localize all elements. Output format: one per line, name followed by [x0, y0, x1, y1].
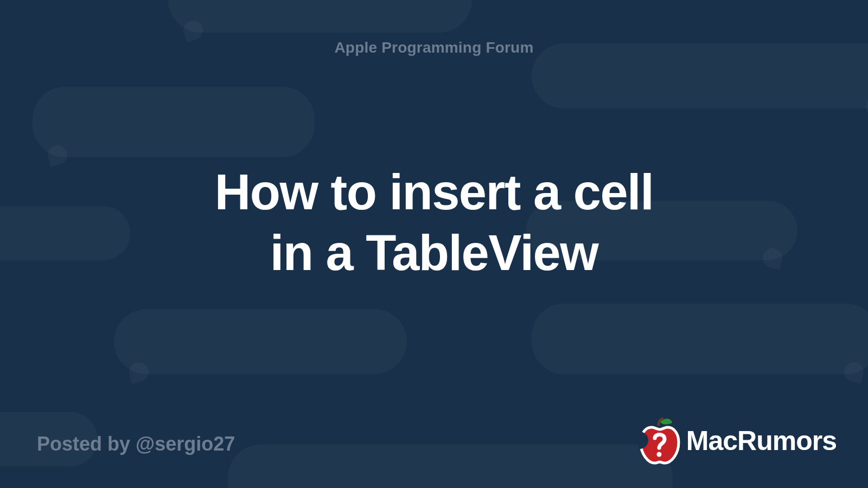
card-content: Apple Programming Forum How to insert a …: [0, 0, 868, 488]
post-title: How to insert a cell in a TableView: [215, 162, 653, 283]
author-handle: @sergio27: [136, 433, 235, 455]
site-logo-text: MacRumors: [686, 425, 837, 457]
site-logo: MacRumors: [639, 416, 837, 465]
posted-by-prefix: Posted by: [37, 433, 136, 455]
posted-by-line: Posted by @sergio27: [37, 433, 235, 455]
apple-question-icon: [639, 416, 681, 465]
forum-category-label: Apple Programming Forum: [334, 39, 533, 56]
svg-point-1: [656, 452, 661, 457]
